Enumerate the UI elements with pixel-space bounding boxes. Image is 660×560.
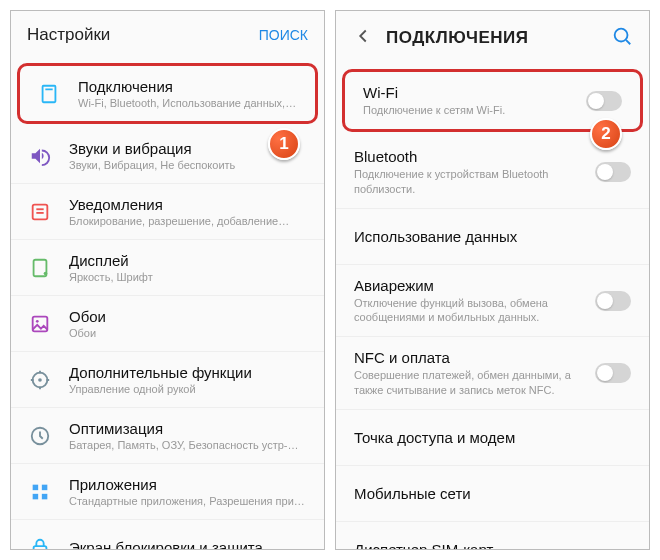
item-title: Точка доступа и модем (354, 429, 631, 446)
svg-point-0 (615, 29, 628, 42)
settings-item-apps[interactable]: ПриложенияСтандартные приложения, Разреш… (11, 464, 324, 520)
advanced-icon (27, 367, 53, 393)
settings-list: ПодключенияWi-Fi, Bluetooth, Использован… (11, 59, 324, 549)
sound-icon (27, 143, 53, 169)
item-title: Уведомления (69, 196, 308, 213)
item-title: Оптимизация (69, 420, 308, 437)
item-subtitle: Отключение функций вызова, обмена сообще… (354, 296, 587, 325)
item-title: Звуки и вибрация (69, 140, 308, 157)
wallpaper-icon (27, 311, 53, 337)
item-title: Авиарежим (354, 277, 587, 294)
item-title: Дополнительные функции (69, 364, 308, 381)
settings-screen: Настройки ПОИСК ПодключенияWi-Fi, Blueto… (10, 10, 325, 550)
settings-item-optimize[interactable]: ОптимизацияБатарея, Память, ОЗУ, Безопас… (11, 408, 324, 464)
toggle-switch[interactable] (595, 291, 631, 311)
connections-item[interactable]: Использование данных (336, 209, 649, 265)
item-title: Подключения (78, 78, 299, 95)
item-title: Обои (69, 308, 308, 325)
item-title: Мобильные сети (354, 485, 631, 502)
item-subtitle: Обои (69, 327, 308, 339)
connections-icon (36, 81, 62, 107)
item-subtitle: Управление одной рукой (69, 383, 308, 395)
item-subtitle: Звуки, Вибрация, Не беспокоить (69, 159, 308, 171)
display-icon (27, 255, 53, 281)
settings-header: Настройки ПОИСК (11, 11, 324, 59)
connections-item[interactable]: Точка доступа и модем (336, 410, 649, 466)
item-subtitle: Совершение платежей, обмен данными, а та… (354, 368, 587, 397)
lock-icon (27, 535, 53, 550)
item-subtitle: Wi-Fi, Bluetooth, Использование данных,… (78, 97, 299, 109)
connections-title: ПОДКЛЮЧЕНИЯ (386, 28, 528, 48)
search-icon[interactable] (611, 25, 633, 51)
item-title: Приложения (69, 476, 308, 493)
settings-item-sound[interactable]: Звуки и вибрацияЗвуки, Вибрация, Не бесп… (11, 128, 324, 184)
connections-item[interactable]: Мобильные сети (336, 466, 649, 522)
item-title: Wi-Fi (363, 84, 578, 101)
svg-line-1 (626, 40, 630, 44)
toggle-switch[interactable] (595, 162, 631, 182)
notifications-icon (27, 199, 53, 225)
optimize-icon (27, 423, 53, 449)
apps-icon (27, 479, 53, 505)
item-title: Дисплей (69, 252, 308, 269)
connections-item[interactable]: NFC и оплатаСовершение платежей, обмен д… (336, 337, 649, 410)
settings-item-wallpaper[interactable]: ОбоиОбои (11, 296, 324, 352)
search-link[interactable]: ПОИСК (259, 27, 308, 43)
toggle-switch[interactable] (595, 363, 631, 383)
back-icon[interactable] (352, 25, 374, 51)
settings-title: Настройки (27, 25, 110, 45)
connections-item[interactable]: АвиарежимОтключение функций вызова, обме… (336, 265, 649, 338)
settings-item-connections[interactable]: ПодключенияWi-Fi, Bluetooth, Использован… (17, 63, 318, 124)
connections-item[interactable]: BluetoothПодключение к устройствам Bluet… (336, 136, 649, 209)
settings-item-lock[interactable]: Экран блокировки и защита (11, 520, 324, 549)
item-title: Использование данных (354, 228, 631, 245)
item-subtitle: Подключение к устройствам Bluetooth побл… (354, 167, 587, 196)
connections-header: ПОДКЛЮЧЕНИЯ (336, 11, 649, 65)
item-subtitle: Яркость, Шрифт (69, 271, 308, 283)
settings-item-display[interactable]: ДисплейЯркость, Шрифт (11, 240, 324, 296)
item-subtitle: Батарея, Память, ОЗУ, Безопасность устр-… (69, 439, 308, 451)
item-title: NFC и оплата (354, 349, 587, 366)
settings-item-notifications[interactable]: УведомленияБлокирование, разрешение, доб… (11, 184, 324, 240)
item-subtitle: Подключение к сетям Wi-Fi. (363, 103, 578, 117)
item-title: Экран блокировки и защита (69, 539, 308, 549)
settings-item-advanced[interactable]: Дополнительные функцииУправление одной р… (11, 352, 324, 408)
connections-item[interactable]: Диспетчер SIM-карт (336, 522, 649, 549)
item-subtitle: Стандартные приложения, Разрешения прил… (69, 495, 308, 507)
item-title: Диспетчер SIM-карт (354, 541, 631, 549)
connections-item[interactable]: Wi-FiПодключение к сетям Wi-Fi. (342, 69, 643, 132)
connections-list: Wi-FiПодключение к сетям Wi-Fi.Bluetooth… (336, 65, 649, 549)
toggle-switch[interactable] (586, 91, 622, 111)
connections-screen: ПОДКЛЮЧЕНИЯ Wi-FiПодключение к сетям Wi-… (335, 10, 650, 550)
item-title: Bluetooth (354, 148, 587, 165)
item-subtitle: Блокирование, разрешение, добавление… (69, 215, 308, 227)
